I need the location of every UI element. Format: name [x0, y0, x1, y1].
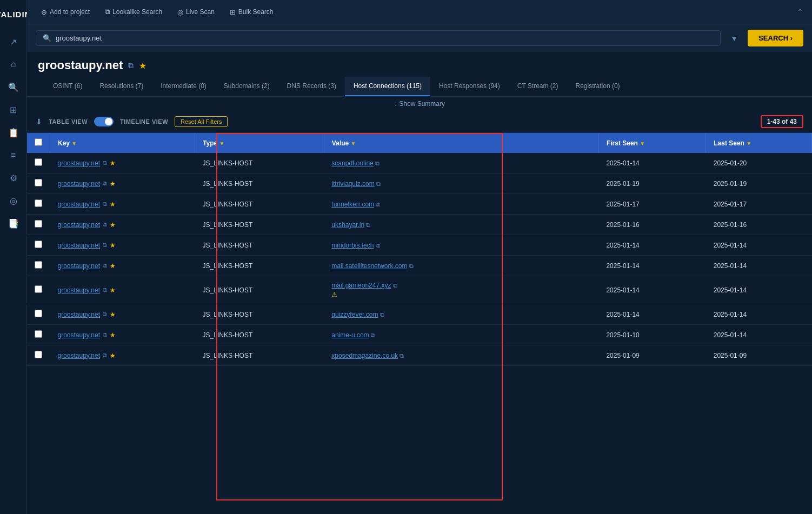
- copy-key-icon-1[interactable]: ⧉: [103, 180, 107, 187]
- star-key-icon-5[interactable]: ★: [110, 262, 116, 270]
- collapse-button[interactable]: ⌃: [797, 8, 803, 16]
- grid-icon[interactable]: ⊞: [4, 100, 23, 119]
- col-header-last-seen[interactable]: Last Seen ▼: [706, 133, 812, 153]
- row-checkbox-4[interactable]: [35, 241, 42, 248]
- view-toggle[interactable]: [94, 117, 114, 126]
- star-key-icon-4[interactable]: ★: [110, 242, 116, 249]
- key-link-8[interactable]: groostaupy.net: [58, 331, 101, 339]
- tab-registration[interactable]: Registration (0): [567, 77, 629, 96]
- home-icon[interactable]: ⌂: [4, 55, 23, 74]
- copy-value-icon-0[interactable]: ⧉: [375, 160, 380, 166]
- value-link-4[interactable]: mindorbis.tech: [331, 242, 374, 249]
- copy-key-icon-3[interactable]: ⧉: [103, 221, 107, 228]
- row-checkbox-3[interactable]: [35, 220, 42, 228]
- expand-icon[interactable]: ↗: [4, 32, 23, 51]
- value-link-8[interactable]: anime-u.com: [331, 331, 369, 339]
- star-key-icon-9[interactable]: ★: [110, 352, 116, 359]
- tab-ct-stream[interactable]: CT Stream (2): [509, 77, 567, 96]
- col-header-value[interactable]: Value ▼: [324, 133, 598, 153]
- value-link-1[interactable]: ittriviaquiz.com: [331, 180, 374, 188]
- key-link-1[interactable]: groostaupy.net: [58, 180, 101, 188]
- copy-key-icon-9[interactable]: ⧉: [103, 352, 107, 359]
- star-key-icon-7[interactable]: ★: [110, 311, 116, 318]
- tab-host-responses[interactable]: Host Responses (94): [430, 77, 509, 96]
- copy-value-icon-6[interactable]: ⧉: [393, 282, 397, 289]
- key-link-2[interactable]: groostaupy.net: [58, 201, 101, 208]
- show-summary[interactable]: ↓ Show Summary: [27, 97, 812, 111]
- row-checkbox-9[interactable]: [35, 351, 42, 358]
- row-checkbox-5[interactable]: [35, 261, 42, 269]
- star-key-icon-8[interactable]: ★: [110, 331, 116, 339]
- copy-value-icon-2[interactable]: ⧉: [376, 201, 380, 208]
- copy-value-icon-5[interactable]: ⧉: [409, 263, 414, 269]
- tab-intermediate[interactable]: Intermediate (0): [152, 77, 215, 96]
- value-link-3[interactable]: ukshayar.in: [331, 221, 364, 229]
- lookalike-search-button[interactable]: ⧉ Lookalike Search: [99, 5, 168, 18]
- row-checkbox-0[interactable]: [35, 158, 42, 166]
- favorite-icon[interactable]: ★: [139, 61, 147, 71]
- copy-domain-icon[interactable]: ⧉: [128, 61, 134, 70]
- key-link-7[interactable]: groostaupy.net: [58, 311, 101, 318]
- copy-value-icon-3[interactable]: ⧉: [366, 222, 370, 228]
- copy-value-icon-1[interactable]: ⧉: [376, 181, 381, 187]
- copy-key-icon-8[interactable]: ⧉: [103, 331, 107, 338]
- key-link-6[interactable]: groostaupy.net: [58, 286, 101, 294]
- live-scan-button[interactable]: ◎ Live Scan: [172, 6, 220, 18]
- copy-value-icon-4[interactable]: ⧉: [376, 242, 380, 249]
- tab-resolutions[interactable]: Resolutions (7): [91, 77, 152, 96]
- download-icon[interactable]: ⬇: [36, 117, 42, 126]
- star-key-icon-1[interactable]: ★: [110, 180, 116, 188]
- copy-key-icon-2[interactable]: ⧉: [103, 201, 107, 208]
- col-header-type[interactable]: Type ▼: [195, 133, 324, 153]
- tab-subdomains[interactable]: Subdomains (2): [215, 77, 278, 96]
- star-key-icon-6[interactable]: ★: [110, 286, 116, 294]
- row-checkbox-2[interactable]: [35, 199, 42, 207]
- copy-value-icon-7[interactable]: ⧉: [380, 311, 384, 318]
- book-icon[interactable]: 📋: [4, 123, 23, 142]
- copy-key-icon-0[interactable]: ⧉: [103, 159, 107, 166]
- tab-reputation[interactable]: [27, 77, 44, 96]
- search-input[interactable]: groostaupy.net: [56, 34, 714, 42]
- copy-value-icon-9[interactable]: ⧉: [400, 352, 404, 359]
- bulk-search-button[interactable]: ⊞ Bulk Search: [224, 6, 279, 18]
- key-link-3[interactable]: groostaupy.net: [58, 221, 101, 229]
- list-icon[interactable]: ≡: [4, 145, 23, 165]
- key-link-0[interactable]: groostaupy.net: [58, 159, 101, 167]
- row-checkbox-7[interactable]: [35, 310, 42, 317]
- copy-value-icon-8[interactable]: ⧉: [371, 332, 375, 338]
- add-to-project-button[interactable]: ⊕ Add to project: [36, 6, 95, 18]
- value-link-0[interactable]: scanpdf.online: [331, 159, 373, 167]
- copy-key-icon-5[interactable]: ⧉: [103, 262, 107, 269]
- key-link-4[interactable]: groostaupy.net: [58, 242, 101, 249]
- copy-key-icon-6[interactable]: ⧉: [103, 286, 107, 293]
- tab-dns-records[interactable]: DNS Records (3): [278, 77, 345, 96]
- settings-icon[interactable]: ⚙: [4, 168, 23, 188]
- copy-key-icon-7[interactable]: ⧉: [103, 311, 107, 318]
- target-icon[interactable]: ◎: [4, 191, 23, 210]
- value-link-9[interactable]: xposedmagazine.co.uk: [331, 352, 398, 359]
- star-key-icon-2[interactable]: ★: [110, 201, 116, 208]
- value-link-5[interactable]: mail.satellitesnetwork.com: [331, 262, 407, 270]
- tab-host-connections[interactable]: Host Connections (115): [345, 77, 430, 96]
- filter-button[interactable]: ▼: [726, 32, 742, 45]
- key-link-9[interactable]: groostaupy.net: [58, 352, 101, 359]
- copy-key-icon-4[interactable]: ⧉: [103, 242, 107, 249]
- star-key-icon-0[interactable]: ★: [110, 159, 116, 167]
- col-header-key[interactable]: Key ▼: [50, 133, 195, 153]
- row-checkbox-8[interactable]: [35, 330, 42, 338]
- value-link-6[interactable]: mail.gameon247.xyz: [331, 282, 391, 289]
- search-icon[interactable]: 🔍: [4, 77, 23, 97]
- col-header-first-seen[interactable]: First Seen ▼: [598, 133, 705, 153]
- key-sort-icon: ▼: [71, 141, 77, 146]
- reset-filters-button[interactable]: Reset All Filters: [175, 116, 228, 127]
- tab-osint[interactable]: OSINT (6): [44, 77, 91, 96]
- search-button[interactable]: SEARCH ›: [748, 30, 803, 46]
- value-link-2[interactable]: tunnelkerr.com: [331, 201, 374, 208]
- star-key-icon-3[interactable]: ★: [110, 221, 116, 229]
- row-checkbox-1[interactable]: [35, 179, 42, 186]
- value-link-7[interactable]: quizzyfever.com: [331, 311, 378, 318]
- key-link-5[interactable]: groostaupy.net: [58, 262, 101, 270]
- module-icon[interactable]: 📑: [4, 213, 23, 233]
- select-all-checkbox[interactable]: [35, 138, 42, 146]
- row-checkbox-6[interactable]: [35, 285, 42, 293]
